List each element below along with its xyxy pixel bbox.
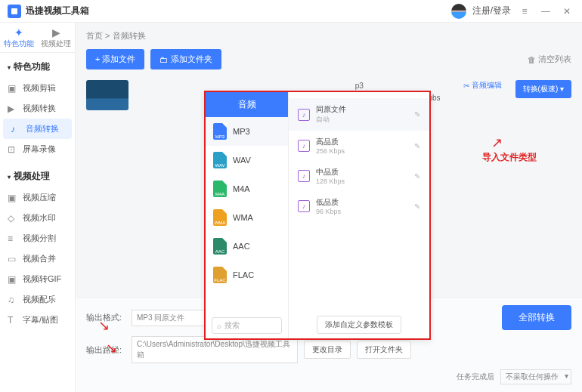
audio-edit-button[interactable]: ✂音频编辑	[463, 80, 502, 91]
edit-icon[interactable]: ✎	[414, 172, 420, 181]
sidebar-item-watermark[interactable]: ◇视频水印	[0, 208, 75, 228]
annotation-arrow: ↘	[106, 340, 117, 357]
note-icon: ♪	[298, 170, 310, 182]
sidebar-item-audio-convert[interactable]: ♪音频转换	[3, 119, 72, 139]
add-template-button[interactable]: 添加自定义参数模板	[317, 316, 401, 334]
login-link[interactable]: 注册/登录	[472, 5, 511, 17]
folder-icon: 🗀	[159, 55, 168, 64]
flac-icon: FLAC	[213, 267, 227, 283]
sidebar: ✦特色功能 ▶视频处理 特色功能 ▣视频剪辑 ▶视频转换 ♪音频转换 ⊡屏幕录像…	[0, 23, 76, 392]
task-done-label: 任务完成后	[457, 372, 494, 382]
side-group-title[interactable]: 特色功能	[0, 56, 75, 78]
quality-item-same[interactable]: ♪同原文件自动✎	[289, 98, 429, 131]
note-icon: ♪	[298, 200, 310, 212]
search-icon: ⌕	[217, 322, 221, 330]
task-done-select[interactable]: 不采取任何操作	[500, 369, 571, 384]
sidebar-item-compress[interactable]: ▣视频压缩	[0, 187, 75, 208]
format-item-flac[interactable]: FLACFLAC	[206, 261, 288, 289]
format-item-m4a[interactable]: M4AM4A	[206, 174, 288, 203]
side-top-tab-special[interactable]: ✦特色功能	[0, 23, 38, 52]
menu-icon[interactable]: ≡	[517, 4, 532, 19]
file-thumbnail[interactable]	[86, 80, 128, 110]
breadcrumb: 首页 > 音频转换	[76, 23, 582, 45]
convert-button[interactable]: 转换(极速) ▾	[515, 80, 571, 98]
svg-rect-0	[11, 8, 17, 14]
quality-item-high[interactable]: ♪高品质256 Kbps✎	[289, 131, 429, 161]
edit-icon[interactable]: ✎	[414, 110, 420, 119]
close-icon[interactable]: ✕	[559, 4, 574, 19]
sidebar-item-video-convert[interactable]: ▶视频转换	[0, 98, 75, 119]
clear-list-button[interactable]: 🗑清空列表	[528, 54, 571, 65]
minimize-icon[interactable]: —	[538, 4, 553, 19]
add-file-button[interactable]: + 添加文件	[86, 49, 144, 69]
edit-icon[interactable]: ✎	[414, 142, 420, 150]
note-icon: ♪	[298, 140, 310, 152]
sidebar-item-gif[interactable]: ▣视频转GIF	[0, 269, 75, 289]
annotation-arrow: ↘	[98, 317, 110, 334]
edit-icon[interactable]: ✎	[414, 202, 420, 211]
avatar[interactable]	[451, 4, 466, 19]
change-dir-button[interactable]: 更改目录	[304, 341, 351, 359]
app-title: 迅捷视频工具箱	[26, 5, 89, 17]
output-path-input[interactable]: C:\Users\Administrator\Desktop\迅捷视频工具箱	[132, 336, 298, 363]
quality-item-low[interactable]: ♪低品质96 Kbps✎	[289, 191, 429, 221]
sidebar-item-merge[interactable]: ▭视频合并	[0, 248, 75, 269]
note-icon: ♪	[298, 109, 310, 121]
annotation-text: 导入文件类型	[482, 151, 537, 164]
format-item-aac[interactable]: AACAAC	[206, 232, 288, 261]
wma-icon: WMA	[213, 209, 227, 226]
quality-item-mid[interactable]: ♪中品质128 Kbps✎	[289, 161, 429, 191]
wav-icon: WAV	[213, 152, 227, 168]
format-item-wma[interactable]: WMAWMA	[206, 203, 288, 232]
aac-icon: AAC	[213, 238, 227, 255]
search-input[interactable]: ⌕搜索	[212, 317, 282, 334]
trash-icon: 🗑	[528, 55, 536, 64]
m4a-icon: M4A	[213, 181, 227, 197]
scissors-icon: ✂	[463, 82, 469, 90]
sidebar-item-music[interactable]: ♫视频配乐	[0, 289, 75, 310]
format-item-wav[interactable]: WAVWAV	[206, 146, 288, 174]
popup-tab-audio[interactable]: 音频	[206, 92, 288, 117]
mp3-icon: MP3	[213, 123, 227, 140]
format-popup: 音频 MP3MP3 WAVWAV M4AM4A WMAWMA AACAAC FL…	[204, 91, 431, 340]
open-folder-button[interactable]: 打开文件夹	[357, 341, 411, 359]
format-item-mp3[interactable]: MP3MP3	[206, 117, 288, 146]
app-logo	[8, 5, 21, 18]
side-group-title[interactable]: 视频处理	[0, 165, 75, 187]
add-folder-button[interactable]: 🗀添加文件夹	[150, 49, 221, 69]
sidebar-item-split[interactable]: ≡视频分割	[0, 228, 75, 248]
sidebar-item-video-edit[interactable]: ▣视频剪辑	[0, 78, 75, 98]
convert-all-button[interactable]: 全部转换	[502, 305, 571, 330]
side-top-tab-video[interactable]: ▶视频处理	[38, 23, 76, 52]
sidebar-item-subtitle[interactable]: T字幕/贴图	[0, 310, 75, 330]
sidebar-item-screen-record[interactable]: ⊡屏幕录像	[0, 139, 75, 159]
annotation-arrow: ↗	[491, 134, 503, 151]
